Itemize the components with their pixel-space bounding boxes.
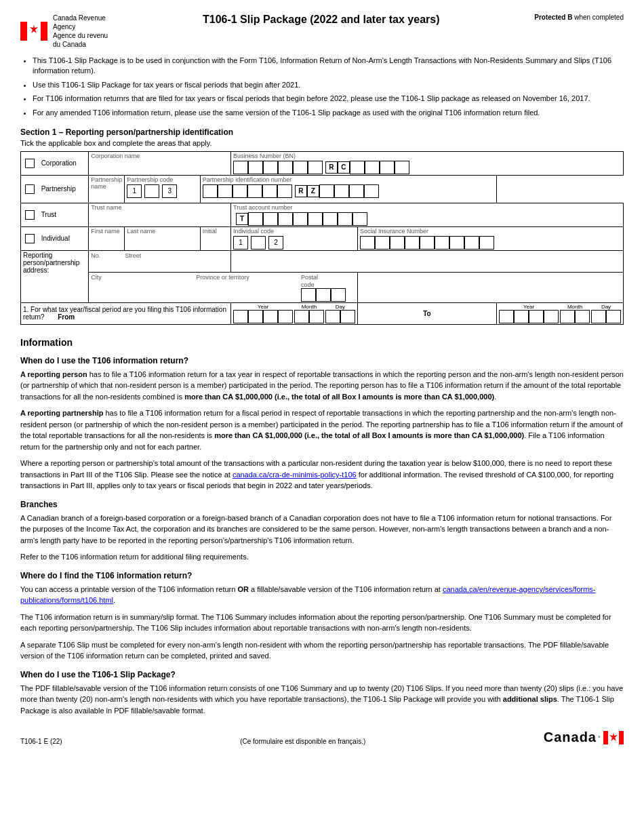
ty-2[interactable]	[514, 310, 529, 323]
tan-5[interactable]	[308, 212, 323, 226]
corp-name-field[interactable]	[91, 159, 228, 172]
bn-suf-3[interactable]	[380, 161, 395, 174]
sin-9[interactable]	[479, 236, 494, 250]
bullet-2: Use this T106-1 Slip Package for tax yea…	[33, 80, 624, 90]
td-2[interactable]	[606, 310, 621, 323]
partnership-checkbox-cell[interactable]	[21, 175, 39, 203]
information-section: Information When do I use the T106 infor…	[20, 337, 624, 717]
last-name-label: Last name	[127, 228, 198, 235]
ty-4[interactable]	[544, 310, 559, 323]
bn-field-group: R C	[233, 161, 621, 174]
fd-2[interactable]	[340, 310, 355, 323]
svg-rect-6	[619, 731, 624, 744]
street-label: Street	[125, 252, 141, 259]
pid-3[interactable]	[233, 184, 247, 198]
street-group: Street	[125, 252, 228, 271]
bn-box-5[interactable]	[293, 161, 308, 174]
pid-suf-3[interactable]	[349, 184, 364, 198]
pid-suf-2[interactable]	[334, 184, 349, 198]
trust-account-label: Trust account number	[233, 204, 621, 211]
t106-link[interactable]: canada.ca/en/revenue-agency/services/for…	[20, 585, 596, 605]
sin-7[interactable]	[449, 236, 464, 250]
postal-3[interactable]	[331, 288, 346, 302]
from-year-group: Year	[233, 304, 293, 323]
pid-suf-1[interactable]	[319, 184, 334, 198]
trust-name-field[interactable]	[91, 211, 228, 223]
empty-address-cell	[230, 250, 623, 272]
individual-checkbox[interactable]	[25, 234, 35, 243]
sin-label: Social Insurance Number	[360, 228, 621, 235]
td-1[interactable]	[591, 310, 606, 323]
fy-3[interactable]	[263, 310, 278, 323]
info-title: Information	[20, 337, 624, 348]
sin-3[interactable]	[390, 236, 405, 250]
sin-4[interactable]	[405, 236, 420, 250]
pid-6[interactable]	[277, 184, 292, 198]
pid-2[interactable]	[218, 184, 233, 198]
bn-suf-2[interactable]	[365, 161, 380, 174]
individual-label-cell: Individual	[39, 226, 89, 250]
trust-row: Trust Trust name Trust account number T	[21, 203, 624, 226]
from-date-cell: Year Month	[230, 302, 357, 324]
trust-checkbox-cell[interactable]	[21, 203, 39, 226]
sin-2[interactable]	[375, 236, 390, 250]
sin-8[interactable]	[464, 236, 479, 250]
bn-box-6[interactable]	[308, 161, 323, 174]
fy-4[interactable]	[278, 310, 293, 323]
subsection1-p3: Where a reporting person or partnership'…	[20, 458, 624, 492]
bn-suf-4[interactable]	[395, 161, 409, 174]
minimis-link[interactable]: canada.ca/cra-de-minimis-policy-t106	[233, 471, 357, 479]
tan-2[interactable]	[263, 212, 278, 226]
fm-2[interactable]	[309, 310, 324, 323]
canada-word: Canada	[544, 730, 597, 745]
tan-6[interactable]	[323, 212, 338, 226]
pcode-2-box[interactable]	[144, 184, 159, 198]
pid-5[interactable]	[262, 184, 277, 198]
tan-7[interactable]	[338, 212, 353, 226]
partnership-code-cell: Partnership code 1 3	[125, 175, 201, 203]
pid-suf-4[interactable]	[364, 184, 379, 198]
corporation-checkbox[interactable]	[25, 159, 35, 168]
fy-1[interactable]	[233, 310, 248, 323]
fy-2[interactable]	[248, 310, 263, 323]
postal-1[interactable]	[301, 288, 316, 302]
page-footer: T106-1 E (22) (Ce formulaire est disponi…	[20, 730, 624, 745]
first-name-field[interactable]	[91, 235, 122, 248]
protected-label: Protected B when completed	[534, 14, 624, 21]
province-field[interactable]	[196, 281, 294, 293]
sin-5[interactable]	[420, 236, 435, 250]
fm-1[interactable]	[294, 310, 309, 323]
tm-2[interactable]	[575, 310, 590, 323]
sin-1[interactable]	[360, 236, 375, 250]
pid-1[interactable]	[203, 184, 218, 198]
no-field[interactable]	[91, 259, 118, 271]
tan-8[interactable]	[353, 212, 367, 226]
tan-4[interactable]	[293, 212, 308, 226]
trust-checkbox[interactable]	[25, 210, 35, 220]
initial-field[interactable]	[203, 235, 228, 248]
tan-1[interactable]	[248, 212, 263, 226]
bn-box-1[interactable]	[233, 161, 248, 174]
icode-2-box[interactable]	[251, 236, 266, 250]
bn-box-3[interactable]	[263, 161, 278, 174]
postal-2[interactable]	[316, 288, 331, 302]
last-name-field[interactable]	[127, 235, 198, 248]
corporation-checkbox-cell[interactable]	[21, 151, 39, 175]
bn-box-4[interactable]	[278, 161, 293, 174]
bn-suf-1[interactable]	[350, 161, 365, 174]
pid-4[interactable]	[247, 184, 262, 198]
individual-checkbox-cell[interactable]	[21, 226, 39, 250]
street-field[interactable]	[125, 259, 228, 271]
partnership-checkbox[interactable]	[25, 184, 35, 194]
partnership-name-field[interactable]	[91, 190, 122, 202]
fd-1[interactable]	[325, 310, 340, 323]
individual-code-cell: Individual code 1 2	[230, 226, 357, 250]
bn-box-2[interactable]	[248, 161, 263, 174]
ty-1[interactable]	[499, 310, 514, 323]
tan-3[interactable]	[278, 212, 293, 226]
tm-1[interactable]	[560, 310, 575, 323]
ty-3[interactable]	[529, 310, 544, 323]
city-field[interactable]	[91, 281, 189, 293]
from-month-group: Month	[294, 304, 324, 323]
sin-6[interactable]	[435, 236, 449, 250]
